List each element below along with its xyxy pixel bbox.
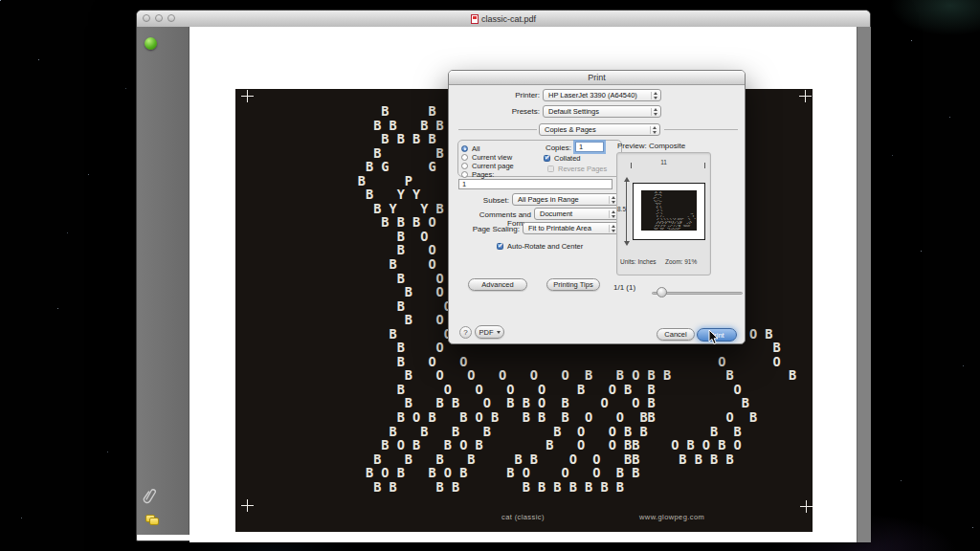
comments-forms-dropdown[interactable]: Document	[534, 208, 619, 220]
section-dropdown[interactable]: Copies & Pages	[539, 123, 660, 136]
popup-arrows-icon	[651, 108, 658, 116]
artwork-caption: cat (classic)	[501, 513, 545, 521]
preview-page-slider-thumb[interactable]	[657, 287, 667, 298]
units-label: Units: Inches	[620, 258, 657, 265]
chevron-down-icon	[497, 331, 501, 334]
window-title: classic-cat.pdf	[481, 14, 536, 24]
radio-current-page-label: Current page	[472, 162, 514, 170]
radio-all[interactable]: All	[461, 144, 479, 152]
auto-rotate-label: Auto-Rotate and Center	[507, 242, 583, 251]
zoom-label: Zoom: 91%	[665, 258, 697, 265]
auto-rotate-checkbox-row[interactable]: Auto-Rotate and Center	[497, 242, 583, 250]
screen: classic-cat.pdf B B B B B B	[0, 0, 980, 551]
preview-height-value: 8.5	[617, 206, 626, 212]
cancel-button[interactable]: Cancel	[657, 328, 695, 341]
artwork-website: www.glowpeg.com	[639, 513, 704, 521]
help-orb-icon[interactable]	[145, 37, 157, 50]
copies-value: 1	[579, 143, 583, 151]
starfield	[0, 0, 1, 1]
collated-checkbox-icon[interactable]	[544, 155, 550, 162]
subset-label: Subset:	[458, 196, 509, 205]
navigation-sidebar	[137, 27, 189, 535]
preview-panel: 11 8.5 B B B B B B B B B B B B B G G	[616, 152, 711, 276]
window-titlebar[interactable]: classic-cat.pdf	[137, 11, 870, 28]
crop-mark-top-right	[799, 90, 812, 102]
crop-mark-top-left	[241, 90, 254, 102]
attachments-paperclip-icon[interactable]	[143, 488, 157, 504]
height-ruler-arrow-icon	[626, 181, 627, 242]
subset-value: All Pages in Range	[518, 195, 579, 204]
help-button-label: ?	[463, 328, 467, 337]
pdf-menu-button[interactable]: PDF	[475, 325, 504, 339]
popup-arrows-icon	[609, 196, 616, 204]
collated-checkbox-row[interactable]: Collated	[544, 154, 581, 162]
reverse-pages-checkbox-icon	[547, 165, 554, 172]
preview-label: Preview: Composite	[617, 142, 703, 150]
page-scaling-dropdown[interactable]: Fit to Printable Area	[523, 222, 619, 234]
width-ruler-right-tick	[704, 163, 705, 168]
radio-current-page[interactable]: Current page	[461, 162, 514, 169]
presets-label: Presets:	[457, 107, 540, 116]
page-scaling-label: Page Scaling:	[458, 225, 520, 233]
scrollbar-track[interactable]	[857, 27, 871, 542]
pages-range-value: 1	[462, 180, 466, 188]
comments-icon[interactable]	[145, 515, 158, 524]
page-indicator: 1/1 (1)	[613, 283, 642, 292]
print-dialog: Print Printer: HP LaserJet 3390 (A64540)…	[448, 70, 746, 344]
radio-pages[interactable]: Pages:	[461, 170, 494, 178]
preview-width-value: 11	[617, 159, 710, 165]
preview-ascii-cat: B B B B B B B B B B B B B G G B P B Y Y …	[642, 191, 695, 231]
copies-label: Copies:	[535, 143, 571, 152]
printer-dropdown[interactable]: HP LaserJet 3390 (A64540)	[543, 89, 661, 101]
radio-current-view-icon[interactable]	[461, 154, 468, 161]
presets-value: Default Settings	[548, 107, 599, 116]
radio-all-label: All	[472, 144, 479, 153]
advanced-button[interactable]: Advanced	[468, 278, 527, 291]
radio-pages-icon[interactable]	[461, 171, 468, 178]
radio-current-page-icon[interactable]	[461, 163, 468, 169]
popup-arrows-icon	[609, 210, 616, 218]
crop-mark-bottom-right	[800, 500, 813, 513]
subset-dropdown[interactable]: All Pages in Range	[512, 193, 619, 206]
copies-field[interactable]: 1	[575, 142, 604, 152]
printer-label: Printer:	[457, 91, 540, 99]
page-scaling-value: Fit to Printable Area	[528, 224, 591, 232]
printer-value: HP LaserJet 3390 (A64540)	[548, 91, 637, 99]
radio-all-icon[interactable]	[461, 145, 468, 152]
preview-artwork: B B B B B B B B B B B B B G G B P B Y Y …	[641, 190, 697, 231]
popup-arrows-icon	[651, 92, 658, 99]
section-value: Copies & Pages	[545, 125, 596, 134]
divider-right	[664, 129, 738, 130]
pdf-file-icon	[471, 14, 479, 24]
comments-forms-value: Document	[540, 209, 572, 218]
mouse-cursor	[708, 329, 720, 346]
popup-arrows-icon	[650, 126, 657, 134]
collated-label: Collated	[554, 154, 581, 163]
pages-range-field[interactable]: 1	[458, 179, 612, 189]
cancel-button-label: Cancel	[664, 330, 686, 339]
dialog-title: Print	[449, 71, 745, 85]
printing-tips-button[interactable]: Printing Tips	[546, 278, 600, 291]
reverse-pages-checkbox-row: Reverse Pages	[547, 165, 607, 172]
pdf-menu-label: PDF	[479, 328, 494, 337]
printing-tips-button-label: Printing Tips	[553, 280, 592, 289]
preview-page-thumbnail: B B B B B B B B B B B B B G G B P B Y Y …	[633, 183, 705, 240]
divider-left	[458, 129, 537, 130]
advanced-button-label: Advanced	[481, 280, 513, 289]
window-title-group: classic-cat.pdf	[137, 12, 870, 25]
radio-current-view-label: Current view	[472, 153, 512, 162]
radio-current-view[interactable]: Current view	[461, 153, 512, 161]
reverse-pages-label: Reverse Pages	[558, 165, 607, 173]
radio-pages-label: Pages:	[472, 170, 494, 179]
presets-dropdown[interactable]: Default Settings	[543, 105, 661, 118]
popup-arrows-icon	[609, 225, 616, 232]
help-button[interactable]: ?	[459, 326, 472, 339]
auto-rotate-checkbox-icon[interactable]	[497, 243, 503, 250]
crop-mark-bottom-left	[241, 499, 254, 512]
